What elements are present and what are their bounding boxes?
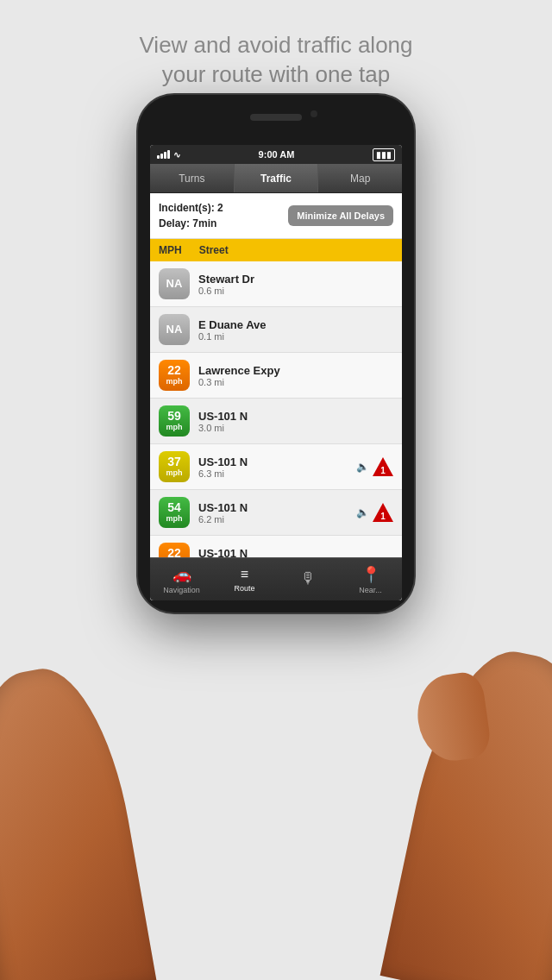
signal-bar-3 [164, 152, 166, 159]
bottom-tab-navigation[interactable]: 🚗 Navigation [150, 558, 213, 600]
traffic-row[interactable]: 22 mph Lawrence Expy 0.3 mi [150, 353, 402, 399]
hand-right [362, 618, 552, 980]
street-name: Lawrence Expy [198, 364, 385, 377]
signal-bars [157, 150, 170, 159]
route-icon: ≡ [241, 567, 248, 582]
info-header: Incident(s): 2 Delay: 7min Minimize All … [150, 193, 402, 239]
pin-icon: 📍 [361, 565, 380, 584]
speaker-icon: 🔈 [356, 506, 369, 518]
street-info: US-101 N 6.3 mi [198, 455, 348, 479]
minimize-all-delays-button[interactable]: Minimize All Delays [288, 205, 393, 226]
tagline: View and avoid traffic along your route … [52, 16, 500, 100]
street-info: US-101 N 6.2 mi [198, 501, 348, 525]
street-info: Lawrence Expy 0.3 mi [198, 364, 385, 387]
top-tab-bar: Turns Traffic Map [150, 164, 402, 193]
speaker-icon: 🔈 [356, 461, 369, 473]
signal-bar-2 [160, 154, 163, 159]
street-distance: 3.0 mi [198, 423, 385, 433]
signal-bar-4 [167, 150, 170, 159]
bottom-tab-nearby[interactable]: 📍 Near... [339, 558, 402, 600]
status-left: ∿ [157, 150, 180, 160]
microphone-icon: 🎙 [300, 569, 316, 587]
street-name: US-101 N [198, 410, 385, 423]
row-right: 🔈 1 [356, 456, 393, 477]
tab-turns[interactable]: Turns [150, 164, 235, 192]
alert-number: 1 [380, 466, 386, 475]
street-name: US-101 N [198, 501, 348, 514]
traffic-row[interactable]: 59 mph US-101 N 3.0 mi [150, 399, 402, 444]
alert-number: 1 [380, 512, 386, 521]
street-distance: 0.1 mi [198, 331, 385, 342]
traffic-row[interactable]: NA Stewart Dr 0.6 mi [150, 261, 402, 307]
street-distance: 6.3 mi [198, 468, 348, 479]
alert-badge: 1 [373, 502, 393, 523]
signal-bar-1 [157, 155, 160, 159]
speed-badge: 37 mph [159, 451, 190, 482]
phone-speaker [250, 114, 302, 121]
street-header: Street [199, 244, 229, 256]
traffic-row[interactable]: NA E Duane Ave 0.1 mi [150, 307, 402, 353]
phone-screen: ∿ 9:00 AM ▮▮▮ Turns Traffic Map Incident… [150, 145, 402, 600]
speed-badge: 54 mph [159, 497, 190, 528]
wifi-icon: ∿ [173, 150, 180, 160]
speed-badge: 59 mph [159, 405, 190, 437]
status-right: ▮▮▮ [373, 148, 395, 161]
bottom-tab-bar: 🚗 Navigation ≡ Route 🎙 📍 Near... [150, 557, 402, 600]
traffic-row[interactable]: 37 mph US-101 N 6.3 mi 🔈 1 [150, 444, 402, 490]
phone-frame: ∿ 9:00 AM ▮▮▮ Turns Traffic Map Incident… [138, 95, 414, 612]
incidents-info: Incident(s): 2 Delay: 7min [159, 200, 223, 231]
tab-traffic[interactable]: Traffic [235, 164, 319, 192]
speed-badge-na: NA [159, 314, 190, 345]
hand-left [0, 618, 172, 980]
tab-map[interactable]: Map [318, 164, 402, 192]
street-distance: 0.3 mi [198, 377, 385, 387]
mph-header: MPH [159, 244, 182, 256]
status-time: 9:00 AM [259, 149, 295, 160]
row-right: 🔈 1 [356, 502, 393, 523]
street-distance: 6.2 mi [198, 514, 348, 525]
speed-badge-na: NA [159, 268, 190, 299]
traffic-row[interactable]: 54 mph US-101 N 6.2 mi 🔈 1 [150, 490, 402, 536]
street-info: E Duane Ave 0.1 mi [198, 318, 385, 342]
street-name: E Duane Ave [198, 318, 385, 331]
traffic-list: NA Stewart Dr 0.6 mi NA E Duane Ave 0.1 … [150, 261, 402, 600]
street-name: Stewart Dr [198, 273, 385, 286]
car-icon: 🚗 [172, 565, 191, 584]
street-name: US-101 N [198, 455, 348, 468]
bottom-tab-mic[interactable]: 🎙 [276, 558, 339, 600]
status-bar: ∿ 9:00 AM ▮▮▮ [150, 145, 402, 164]
street-info: US-101 N 3.0 mi [198, 410, 385, 433]
column-header: MPH Street [150, 239, 402, 261]
street-info: Stewart Dr 0.6 mi [198, 273, 385, 296]
phone-camera [310, 110, 317, 117]
speed-badge: 22 mph [159, 360, 190, 391]
alert-badge: 1 [373, 456, 393, 477]
bottom-tab-route[interactable]: ≡ Route [213, 558, 276, 600]
battery-icon: ▮▮▮ [373, 148, 395, 161]
street-distance: 0.6 mi [198, 286, 385, 296]
